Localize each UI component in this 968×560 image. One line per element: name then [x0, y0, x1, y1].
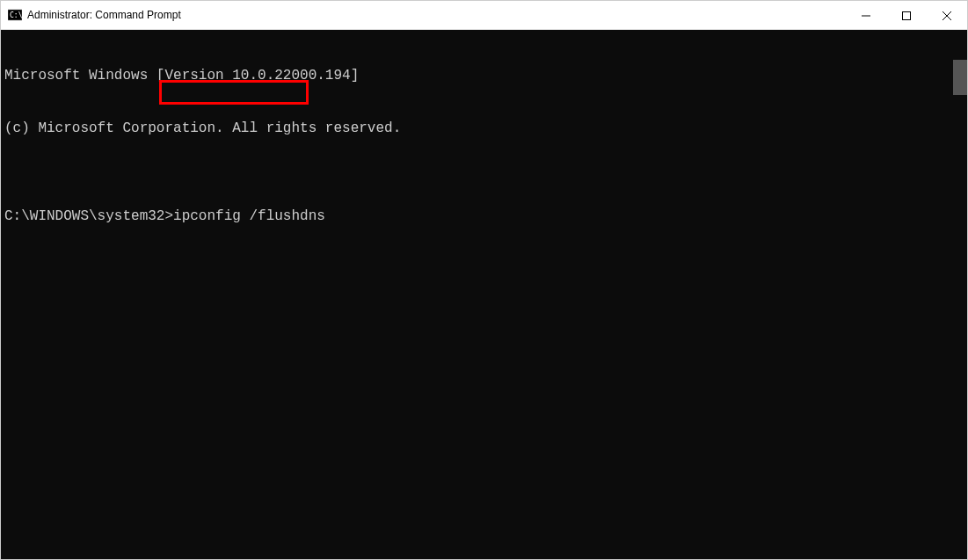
titlebar[interactable]: C:\ Administrator: Command Prompt [1, 1, 967, 30]
svg-rect-3 [903, 11, 911, 19]
maximize-button[interactable] [886, 1, 927, 30]
copyright-line: (c) Microsoft Corporation. All rights re… [4, 120, 964, 137]
terminal-container: Microsoft Windows [Version 10.0.22000.19… [1, 30, 967, 559]
window-title: Administrator: Command Prompt [27, 9, 181, 21]
scrollbar-thumb[interactable] [953, 60, 967, 95]
maximize-icon [902, 11, 911, 20]
window-controls [846, 1, 967, 30]
version-line: Microsoft Windows [Version 10.0.22000.19… [4, 67, 964, 84]
close-button[interactable] [927, 1, 967, 30]
prompt-line: C:\WINDOWS\system32>ipconfig /flushdns [4, 207, 964, 225]
minimize-icon [862, 11, 870, 20]
command-text: ipconfig /flushdns [173, 207, 325, 225]
svg-text:C:\: C:\ [10, 11, 22, 19]
minimize-button[interactable] [846, 1, 886, 30]
terminal[interactable]: Microsoft Windows [Version 10.0.22000.19… [1, 30, 967, 559]
cmd-icon: C:\ [8, 8, 22, 22]
prompt-text: C:\WINDOWS\system32> [4, 207, 173, 225]
command-prompt-window: C:\ Administrator: Command Prompt [0, 0, 968, 560]
close-icon [943, 11, 951, 20]
